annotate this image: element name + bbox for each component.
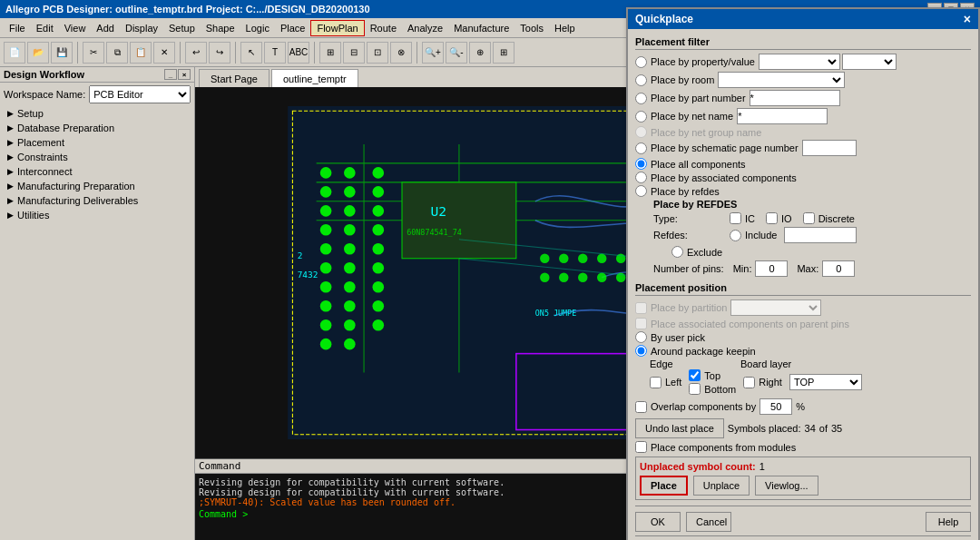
panel-close[interactable]: × bbox=[178, 69, 191, 80]
tree-mfg-deliverables[interactable]: ▶ Manufacturing Deliverables bbox=[0, 193, 194, 208]
refdes-include-radio[interactable] bbox=[730, 230, 741, 241]
arrow-icon: ▶ bbox=[7, 167, 14, 176]
toolbar-paste[interactable]: 📋 bbox=[130, 42, 152, 64]
radio-part-input[interactable] bbox=[635, 93, 647, 104]
viewlog-button[interactable]: Viewlog... bbox=[755, 476, 818, 496]
undo-last-place-button[interactable]: Undo last place bbox=[635, 418, 724, 438]
overlap-checkbox[interactable] bbox=[635, 401, 647, 413]
place-from-modules-checkbox[interactable] bbox=[635, 441, 647, 453]
toolbar-text[interactable]: T bbox=[264, 42, 286, 64]
toolbar-zoom-fit[interactable]: ⊕ bbox=[469, 42, 491, 64]
svg-point-43 bbox=[597, 254, 606, 263]
workspace-select[interactable]: PCB Editor bbox=[89, 85, 191, 103]
panel-minimize[interactable]: _ bbox=[164, 69, 177, 80]
tab-start-page[interactable]: Start Page bbox=[199, 69, 270, 87]
left-checkbox[interactable] bbox=[650, 377, 662, 388]
menu-help[interactable]: Help bbox=[549, 21, 581, 35]
radio-room-input[interactable] bbox=[635, 74, 647, 86]
place-partition-checkbox[interactable] bbox=[635, 302, 647, 314]
property-select[interactable] bbox=[759, 54, 840, 70]
menu-display[interactable]: Display bbox=[120, 21, 163, 35]
radio-associated-input[interactable] bbox=[635, 172, 647, 183]
toolbar-zoom-out[interactable]: 🔍- bbox=[446, 42, 467, 64]
menu-tools[interactable]: Tools bbox=[514, 21, 549, 35]
partition-select[interactable] bbox=[730, 299, 821, 316]
svg-point-10 bbox=[320, 205, 332, 217]
toolbar-cut[interactable]: ✂ bbox=[83, 42, 104, 64]
around-keepin-radio[interactable] bbox=[635, 345, 647, 357]
tree-setup[interactable]: ▶ Setup bbox=[0, 106, 194, 121]
dialog-close-button[interactable]: × bbox=[964, 12, 971, 26]
tab-outline-temptr[interactable]: outline_temptr bbox=[271, 69, 358, 87]
toolbar-route[interactable]: ⊡ bbox=[367, 42, 388, 64]
toolbar-abc[interactable]: ABC bbox=[288, 42, 309, 64]
toolbar-redo[interactable]: ↪ bbox=[209, 42, 230, 64]
schematic-input[interactable] bbox=[802, 140, 857, 156]
radio-property-input[interactable] bbox=[635, 56, 647, 68]
min-pins-input[interactable] bbox=[755, 260, 788, 277]
type-discrete-checkbox[interactable] bbox=[803, 212, 815, 224]
tree-mfg-prep[interactable]: ▶ Manufacturing Preparation bbox=[0, 179, 194, 193]
radio-refdes-input[interactable] bbox=[635, 185, 647, 197]
radio-net-input[interactable] bbox=[635, 111, 647, 123]
menu-logic[interactable]: Logic bbox=[240, 21, 275, 35]
toolbar-via[interactable]: ⊗ bbox=[390, 42, 412, 64]
max-label: Max: bbox=[797, 263, 818, 274]
property-value-select[interactable] bbox=[842, 54, 897, 70]
refdes-value-input[interactable] bbox=[784, 227, 857, 243]
menu-setup[interactable]: Setup bbox=[163, 21, 201, 35]
menu-place[interactable]: Place bbox=[275, 21, 311, 35]
toolbar-ratsnest[interactable]: ⊞ bbox=[319, 42, 341, 64]
right-checkbox[interactable] bbox=[743, 377, 755, 388]
menu-file[interactable]: File bbox=[4, 21, 31, 35]
net-input[interactable] bbox=[737, 108, 828, 124]
toolbar-new[interactable]: 📄 bbox=[4, 42, 25, 64]
toolbar-copy[interactable]: ⧉ bbox=[106, 42, 128, 64]
toolbar-save[interactable]: 💾 bbox=[51, 42, 73, 64]
menu-view[interactable]: View bbox=[59, 21, 92, 35]
menu-route[interactable]: Route bbox=[365, 21, 402, 35]
part-input[interactable] bbox=[750, 90, 840, 106]
room-select[interactable] bbox=[718, 72, 845, 88]
radio-all-input[interactable] bbox=[635, 158, 647, 170]
refdes-exclude-radio[interactable] bbox=[671, 246, 683, 258]
type-io-checkbox[interactable] bbox=[766, 212, 778, 224]
tree-interconnect[interactable]: ▶ Interconnect bbox=[0, 164, 194, 179]
place-button[interactable]: Place bbox=[640, 476, 688, 496]
help-button[interactable]: Help bbox=[926, 512, 971, 532]
menu-add[interactable]: Add bbox=[91, 21, 120, 35]
menu-edit[interactable]: Edit bbox=[31, 21, 59, 35]
tree-constraints[interactable]: ▶ Constraints bbox=[0, 150, 194, 164]
menu-flowplan[interactable]: FlowPlan bbox=[310, 20, 364, 36]
toolbar-delete[interactable]: ✕ bbox=[153, 42, 175, 64]
bottom-checkbox[interactable] bbox=[689, 383, 701, 395]
tree-database-prep[interactable]: ▶ Database Preparation bbox=[0, 121, 194, 135]
menu-analyze[interactable]: Analyze bbox=[402, 21, 448, 35]
refdes-include-label: Include bbox=[745, 230, 777, 241]
board-layer-select[interactable]: TOP BOTTOM bbox=[789, 374, 862, 390]
toolbar-drc[interactable]: ⊟ bbox=[343, 42, 365, 64]
right-row: Right bbox=[743, 377, 782, 388]
toolbar-zoom-area[interactable]: ⊞ bbox=[493, 42, 514, 64]
unplace-button[interactable]: Unplace bbox=[693, 476, 750, 496]
radio-netgroup-input[interactable] bbox=[635, 126, 647, 138]
type-ic-checkbox[interactable] bbox=[730, 212, 741, 224]
menu-shape[interactable]: Shape bbox=[201, 21, 240, 35]
place-parent-checkbox[interactable] bbox=[635, 318, 647, 329]
arrow-icon: ▶ bbox=[7, 182, 14, 191]
toolbar-select[interactable]: ↖ bbox=[240, 42, 262, 64]
user-pick-radio[interactable] bbox=[635, 331, 647, 343]
tree-utilities[interactable]: ▶ Utilities bbox=[0, 208, 194, 222]
toolbar-undo[interactable]: ↩ bbox=[185, 42, 207, 64]
toolbar-zoom-in[interactable]: 🔍+ bbox=[422, 42, 444, 64]
overlap-input[interactable] bbox=[760, 398, 792, 415]
menu-manufacture[interactable]: Manufacture bbox=[448, 21, 514, 35]
radio-schematic-input[interactable] bbox=[635, 142, 647, 154]
max-pins-input[interactable] bbox=[822, 260, 855, 277]
top-checkbox[interactable] bbox=[689, 369, 701, 381]
cancel-button[interactable]: Cancel bbox=[686, 512, 731, 532]
tree-placement[interactable]: ▶ Placement bbox=[0, 135, 194, 150]
toolbar-open[interactable]: 📂 bbox=[27, 42, 49, 64]
ok-button[interactable]: OK bbox=[635, 512, 681, 532]
arrow-icon: ▶ bbox=[7, 109, 14, 118]
